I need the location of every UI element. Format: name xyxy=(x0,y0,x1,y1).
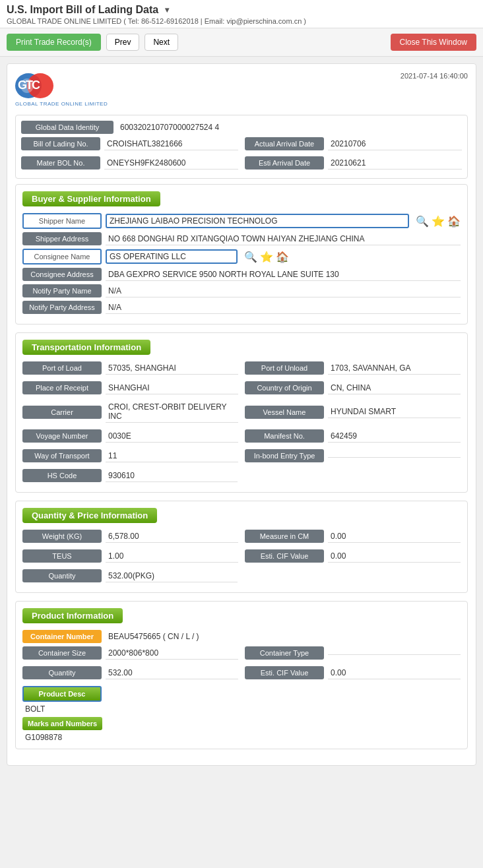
consignee-address-label: Consignee Address xyxy=(22,268,102,281)
consignee-star-icon[interactable]: ⭐ xyxy=(260,251,273,263)
product-row-1: Container Size 2000*806*800 Container Ty… xyxy=(22,646,461,663)
product-quantity-label: Quantity xyxy=(22,666,102,679)
actual-arrival-value: 20210706 xyxy=(328,138,462,150)
global-data-identity-value: 600320210707000027524 4 xyxy=(117,121,462,133)
main-content: GTC GLOBAL TRADE ONLINE LIMITED 2021-07-… xyxy=(7,63,476,766)
voyage-number-value: 0030E xyxy=(106,430,238,443)
marks-value: G1098878 xyxy=(22,733,461,742)
marks-button[interactable]: Marks and Numbers xyxy=(22,717,102,730)
qty-row-2: TEUS 1.00 Esti. CIF Value 0.00 xyxy=(22,549,461,566)
shipper-address-label: Shipper Address xyxy=(22,232,102,245)
logo-gto: GTC xyxy=(15,72,59,100)
shipper-icons: 🔍 ⭐ 🏠 xyxy=(416,215,461,228)
product-esti-cif-label: Esti. CIF Value xyxy=(245,666,324,679)
place-of-receipt-value: SHANGHAI xyxy=(106,382,238,394)
notify-party-name-row: Notify Party Name N/A xyxy=(22,284,461,297)
transport-row-4: Voyage Number 0030E Manifest No. 642459 xyxy=(22,429,461,446)
consignee-search-icon[interactable]: 🔍 xyxy=(244,251,257,263)
transport-row-1: Port of Load 57035, SHANGHAI Port of Unl… xyxy=(22,361,461,378)
notify-party-name-value: N/A xyxy=(106,285,461,297)
container-type-label: Container Type xyxy=(245,646,324,660)
container-number-row: Container Number BEAU5475665 ( CN / L / … xyxy=(22,630,461,643)
bill-of-lading-value: CROISHATL3821666 xyxy=(104,138,238,150)
teus-label: TEUS xyxy=(22,549,102,563)
port-unload-label: Port of Unload xyxy=(245,361,324,375)
hs-code-row: HS Code 930610 xyxy=(22,469,461,482)
consignee-address-row: Consignee Address DBA GEXPRO SERVICE 950… xyxy=(22,268,461,281)
mater-bol-row: Mater BOL No. ONEYSH9FK2480600 Esti Arri… xyxy=(21,156,462,173)
global-data-identity-label: Global Data Identity xyxy=(21,121,113,134)
toolbar: Print Trade Record(s) Prev Next Close Th… xyxy=(0,28,483,57)
product-section: Product Information Container Number BEA… xyxy=(15,601,468,749)
weight-value: 6,578.00 xyxy=(106,530,238,543)
product-row-2: Quantity 532.00 Esti. CIF Value 0.00 xyxy=(22,666,461,683)
shipper-address-value: NO 668 DONGHAI RD XITANGQIAO TOWN HAIYAN… xyxy=(106,233,461,245)
header-bar: U.S. Import Bill of Lading Data ▾ GLOBAL… xyxy=(0,0,483,28)
buyer-supplier-title: Buyer & Supplier Information xyxy=(22,191,160,206)
identity-section: Global Data Identity 6003202107070000275… xyxy=(15,115,468,179)
hs-code-value: 930610 xyxy=(106,470,238,482)
port-of-load-label: Port of Load xyxy=(22,361,102,375)
next-button[interactable]: Next xyxy=(145,34,178,51)
shipper-address-row: Shipper Address NO 668 DONGHAI RD XITANG… xyxy=(22,232,461,245)
quantity-price-title: Quantity & Price Information xyxy=(22,508,157,523)
carrier-value: CROI, CREST-ORBIT DELIVERY INC xyxy=(106,401,238,423)
shipper-name-label: Shipper Name xyxy=(22,213,102,229)
consignee-home-icon[interactable]: 🏠 xyxy=(276,251,289,263)
product-title: Product Information xyxy=(22,608,123,623)
logo-area: GTC GLOBAL TRADE ONLINE LIMITED xyxy=(15,72,108,107)
esti-cif-label: Esti. CIF Value xyxy=(245,549,324,563)
quantity-value: 532.00(PKG) xyxy=(106,570,238,582)
product-quantity-value: 532.00 xyxy=(106,667,238,679)
prev-button[interactable]: Prev xyxy=(106,34,140,51)
vessel-name-label: Vessel Name xyxy=(245,406,324,419)
buyer-supplier-section: Buyer & Supplier Information Shipper Nam… xyxy=(15,184,468,325)
logo-text: GLOBAL TRADE ONLINE LIMITED xyxy=(15,101,108,107)
voyage-number-label: Voyage Number xyxy=(22,429,102,443)
close-window-button[interactable]: Close This Window xyxy=(391,34,476,51)
shipper-name-row: Shipper Name ZHEJIANG LAIBAO PRECISION T… xyxy=(22,213,461,229)
bill-of-lading-label: Bill of Lading No. xyxy=(21,137,100,150)
doc-header: GTC GLOBAL TRADE ONLINE LIMITED 2021-07-… xyxy=(15,72,468,107)
manifest-no-label: Manifest No. xyxy=(245,429,324,443)
container-size-value: 2000*806*800 xyxy=(106,647,238,660)
way-of-transport-value: 11 xyxy=(106,450,238,462)
product-desc-value: BOLT xyxy=(22,704,461,714)
consignee-name-label: Consignee Name xyxy=(22,249,102,264)
product-desc-block: Product Desc BOLT xyxy=(22,686,461,714)
measure-value: 0.00 xyxy=(328,530,461,543)
esti-cif-value: 0.00 xyxy=(328,550,461,563)
container-size-label: Container Size xyxy=(22,646,102,660)
transportation-section: Transportation Information Port of Load … xyxy=(15,332,468,493)
consignee-address-value: DBA GEXPRO SERVICE 9500 NORTH ROYAL LANE… xyxy=(106,268,461,281)
global-identity-row: Global Data Identity 6003202107070000275… xyxy=(21,121,462,134)
consignee-icons: 🔍 ⭐ 🏠 xyxy=(244,251,289,263)
port-unload-value: 1703, SAVANNAH, GA xyxy=(328,362,461,375)
marks-block: Marks and Numbers G1098878 xyxy=(22,717,461,742)
consignee-name-row: Consignee Name GS OPERATING LLC 🔍 ⭐ 🏠 xyxy=(22,249,461,264)
in-bond-entry-label: In-bond Entry Type xyxy=(245,449,324,462)
product-desc-button[interactable]: Product Desc xyxy=(22,686,102,702)
port-of-load-value: 57035, SHANGHAI xyxy=(106,362,238,375)
country-of-origin-label: Country of Origin xyxy=(245,381,324,394)
qty-row-1: Weight (KG) 6,578.00 Measure in CM 0.00 xyxy=(22,530,461,546)
container-number-button[interactable]: Container Number xyxy=(22,630,102,643)
vessel-name-value: HYUNDAI SMART xyxy=(328,406,461,418)
notify-party-address-value: N/A xyxy=(106,301,461,314)
shipper-search-icon[interactable]: 🔍 xyxy=(416,215,429,228)
shipper-home-icon[interactable]: 🏠 xyxy=(447,215,461,228)
dropdown-arrow-icon[interactable]: ▾ xyxy=(165,5,169,15)
doc-timestamp: 2021-07-14 16:40:00 xyxy=(401,72,468,80)
bol-row: Bill of Lading No. CROISHATL3821666 Actu… xyxy=(21,137,462,154)
quantity-label: Quantity xyxy=(22,569,102,582)
mater-bol-value: ONEYSH9FK2480600 xyxy=(104,157,238,170)
shipper-star-icon[interactable]: ⭐ xyxy=(432,215,445,228)
country-of-origin-value: CN, CHINA xyxy=(328,382,461,394)
place-of-receipt-label: Place of Receipt xyxy=(22,381,102,394)
hs-code-label: HS Code xyxy=(22,469,102,482)
consignee-name-value: GS OPERATING LLC xyxy=(106,249,238,264)
print-button[interactable]: Print Trade Record(s) xyxy=(7,34,101,51)
teus-value: 1.00 xyxy=(106,550,238,563)
in-bond-entry-value xyxy=(328,454,461,458)
qty-row-3: Quantity 532.00(PKG) xyxy=(22,569,461,582)
